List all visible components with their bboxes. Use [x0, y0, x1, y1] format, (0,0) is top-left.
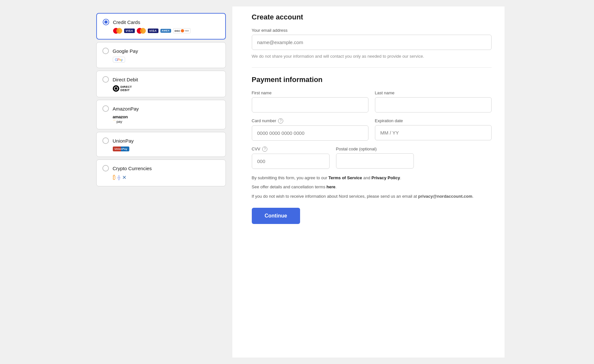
- first-name-group: First name: [252, 90, 368, 112]
- visa-icon: VISA: [124, 29, 135, 33]
- bitcoin-icon: ₿: [113, 174, 116, 181]
- direct-debit-icon: DIRECTDEBIT: [113, 85, 132, 92]
- unionpay-icon: UnionPay: [113, 147, 129, 151]
- ethereum-icon: ⟠: [118, 174, 120, 181]
- payment-option-credit-cards[interactable]: Credit Cards VISA VISA AMEX DISC: [96, 13, 226, 40]
- ripple-icon: ✕: [122, 174, 126, 181]
- cvv-help-icon[interactable]: ?: [262, 147, 267, 152]
- amex-icon: AMEX: [160, 29, 171, 33]
- email-note: We do not share your information and wil…: [252, 53, 492, 60]
- discover-icon: DISC VER: [173, 28, 191, 33]
- cvv-input[interactable]: [252, 154, 330, 169]
- amazon-pay-logos: amazon ⌒ pay: [102, 114, 220, 124]
- expiration-input[interactable]: [375, 125, 492, 140]
- email-input[interactable]: [252, 35, 492, 50]
- expiration-label: Expiration date: [375, 118, 492, 123]
- crypto-label: Crypto Currencies: [113, 166, 152, 171]
- payment-option-amazon-pay[interactable]: AmazonPay amazon ⌒ pay: [96, 100, 226, 129]
- google-pay-logos: GPay: [102, 57, 220, 63]
- last-name-label: Last name: [375, 90, 492, 95]
- section-divider: [252, 67, 492, 68]
- google-pay-label: Google Pay: [113, 48, 138, 54]
- terms-link[interactable]: Terms of Service: [329, 175, 362, 180]
- gpay-icon: GPay: [113, 57, 125, 63]
- postal-label: Postal code (optional): [336, 147, 414, 151]
- cvv-group: CVV ?: [252, 147, 330, 169]
- postal-input[interactable]: [336, 153, 414, 169]
- here-link[interactable]: here: [327, 184, 335, 189]
- amazon-pay-label: AmazonPay: [113, 106, 139, 112]
- nord-email: privacy@nordaccount.com: [418, 194, 472, 199]
- radio-crypto[interactable]: [102, 165, 109, 171]
- postal-group: Postal code (optional): [336, 147, 414, 169]
- cvv-postal-row: CVV ? Postal code (optional): [252, 147, 492, 169]
- card-number-help-icon[interactable]: ?: [278, 118, 283, 123]
- payment-method-selector: Credit Cards VISA VISA AMEX DISC: [90, 6, 232, 358]
- direct-debit-logos: DIRECTDEBIT: [102, 85, 220, 92]
- nord-text: If you do not wish to receive informatio…: [252, 193, 492, 200]
- card-number-input[interactable]: [252, 125, 368, 141]
- cvv-label: CVV: [252, 147, 261, 151]
- card-number-group: Card number ?: [252, 118, 368, 141]
- offer-text: See offer details and cancellation terms…: [252, 184, 492, 191]
- payment-option-google-pay[interactable]: Google Pay GPay: [96, 42, 226, 68]
- payment-option-crypto[interactable]: Crypto Currencies ₿ ⟠ ✕: [96, 159, 226, 186]
- card-number-label: Card number: [252, 118, 276, 123]
- first-name-input[interactable]: [252, 97, 368, 112]
- legal-section: By submitting this form, you agree to ou…: [252, 175, 492, 200]
- radio-direct-debit[interactable]: [102, 76, 109, 83]
- name-row: First name Last name: [252, 90, 492, 112]
- radio-amazon-pay[interactable]: [102, 105, 109, 112]
- direct-debit-label: Direct Debit: [113, 77, 138, 82]
- card-row: Card number ? Expiration date: [252, 118, 492, 141]
- payment-option-union-pay[interactable]: UnionPay UnionPay: [96, 132, 226, 157]
- radio-google-pay[interactable]: [102, 48, 109, 54]
- continue-button[interactable]: Continue: [252, 208, 300, 224]
- amazon-pay-icon: amazon ⌒ pay: [113, 114, 128, 124]
- right-panel: Create account Your email address We do …: [232, 6, 505, 358]
- payment-option-direct-debit[interactable]: Direct Debit DIRECTDEBIT: [96, 71, 226, 97]
- payment-info-title: Payment information: [252, 76, 492, 84]
- terms-text: By submitting this form, you agree to ou…: [252, 175, 492, 182]
- mastercard-icon: [113, 28, 122, 34]
- mastercard2-icon: [137, 28, 146, 34]
- union-pay-label: UnionPay: [113, 138, 134, 144]
- first-name-label: First name: [252, 90, 368, 95]
- create-account-title: Create account: [252, 13, 492, 21]
- crypto-logos: ₿ ⟠ ✕: [102, 174, 220, 181]
- email-field-group: Your email address We do not share your …: [252, 28, 492, 60]
- radio-credit-cards[interactable]: [103, 19, 109, 25]
- last-name-group: Last name: [375, 90, 492, 112]
- privacy-link[interactable]: Privacy Policy: [371, 175, 400, 180]
- radio-union-pay[interactable]: [102, 137, 109, 144]
- expiration-group: Expiration date: [375, 118, 492, 141]
- visa2-icon: VISA: [148, 29, 158, 33]
- union-pay-logos: UnionPay: [102, 147, 220, 151]
- credit-card-logos: VISA VISA AMEX DISC VER: [103, 28, 219, 34]
- last-name-input[interactable]: [375, 97, 492, 112]
- credit-cards-label: Credit Cards: [113, 19, 140, 25]
- email-label: Your email address: [252, 28, 492, 33]
